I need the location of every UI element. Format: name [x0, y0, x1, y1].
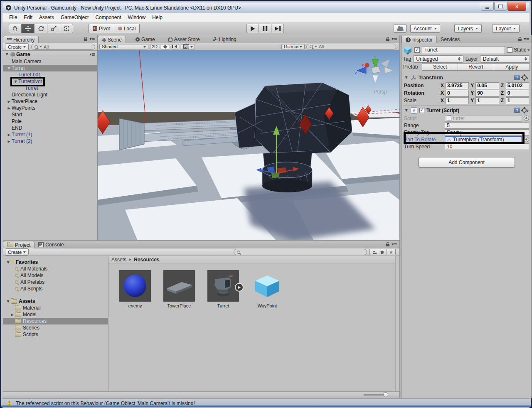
help-book-icon[interactable]	[514, 108, 520, 113]
scene-search-input[interactable]: All	[306, 44, 396, 50]
static-checkbox[interactable]	[507, 47, 512, 53]
property-part-to-rotate-field[interactable]: Turretpivot (Transform)	[445, 136, 522, 143]
scene-lighting-toggle[interactable]	[161, 44, 169, 49]
transform-rotation-y-field[interactable]: 90	[475, 90, 499, 97]
transform-rotation-z-field[interactable]: 0	[506, 90, 529, 97]
hierarchy-create-button[interactable]: Create	[5, 43, 29, 50]
breadcrumb-root[interactable]: Assets	[111, 257, 126, 263]
menu-help[interactable]: Help	[149, 13, 166, 22]
folder-material[interactable]: Material	[3, 305, 108, 311]
prefab-select-button[interactable]: Select	[422, 63, 458, 71]
favorites-section[interactable]: ▼★Favorites	[3, 259, 108, 265]
scene-audio-toggle[interactable]	[171, 44, 179, 49]
perspective-label[interactable]: Persp	[374, 89, 387, 95]
rect-tool-button[interactable]	[60, 24, 73, 33]
hierarchy-item-pole[interactable]: Pole	[3, 118, 97, 125]
hierarchy-item-turret-1[interactable]: ▶Turret (1)	[3, 131, 97, 138]
tab-inspector[interactable]: Inspector	[401, 36, 437, 43]
foldout-down-icon[interactable]: ▼	[6, 300, 10, 303]
menu-edit[interactable]: Edit	[20, 13, 36, 22]
menu-window[interactable]: Window	[124, 13, 149, 22]
favorites-filter-button[interactable]: ★	[387, 249, 396, 255]
gear-icon[interactable]	[522, 75, 527, 80]
folder-scenes[interactable]: Scenes	[3, 324, 108, 331]
asset-enemy[interactable]: enemy	[118, 270, 152, 308]
hierarchy-search-input[interactable]: All	[31, 44, 95, 50]
object-picker-icon[interactable]	[524, 116, 529, 121]
pause-button[interactable]	[259, 24, 271, 33]
panel-menu-icon[interactable]: ▾≡	[392, 37, 397, 41]
transform-scale-y-field[interactable]: 1	[475, 97, 499, 104]
transform-position-y-field[interactable]: 0.05	[475, 82, 499, 89]
thumbnail-zoom-slider[interactable]	[364, 394, 387, 396]
foldout-down-icon[interactable]: ▼	[404, 76, 409, 79]
favorite-all-models[interactable]: All Models	[3, 272, 108, 279]
panel-menu-icon[interactable]: ▾≡	[90, 37, 95, 41]
search-by-label-button[interactable]	[378, 249, 387, 255]
shading-mode-dropdown[interactable]: Shaded	[99, 44, 148, 49]
folder-scripts[interactable]: Scripts	[3, 331, 108, 338]
prefab-revert-button[interactable]: Revert	[458, 63, 494, 71]
account-dropdown[interactable]: Account	[410, 24, 440, 33]
prefab-expand-icon[interactable]	[235, 283, 244, 292]
search-by-type-button[interactable]	[369, 249, 378, 255]
tab-lighting[interactable]: Lighting	[209, 36, 240, 43]
scene-root-game[interactable]: ▼ Game ▾≡	[3, 51, 97, 58]
panel-menu-icon[interactable]: ▾≡	[524, 37, 530, 41]
title-bar[interactable]: Unity Personal - Game.unity - New Unity …	[2, 2, 530, 13]
menu-gameobject[interactable]: GameObject	[57, 13, 92, 22]
active-checkbox[interactable]	[414, 47, 420, 53]
add-component-button[interactable]: Add Component	[419, 157, 515, 167]
tab-hierarchy[interactable]: Hierarchy	[3, 36, 39, 43]
tag-dropdown[interactable]: Untagged	[413, 55, 463, 63]
local-button[interactable]: Local	[114, 24, 140, 33]
step-button[interactable]	[271, 24, 284, 33]
hierarchy-item-turret-2[interactable]: ▶Turret (2)	[3, 138, 97, 145]
prefab-apply-button[interactable]: Apply	[494, 63, 530, 71]
hierarchy-item-turret-001[interactable]: Turret.001	[3, 71, 97, 78]
favorite-all-prefabs[interactable]: All Prefabs	[3, 279, 108, 285]
tab-game[interactable]: Game	[132, 36, 159, 43]
scene-viewport[interactable]: y z x Persp	[98, 50, 399, 241]
asset-turret[interactable]: Turret	[207, 270, 240, 308]
layer-dropdown[interactable]: Default	[480, 55, 530, 63]
hierarchy-item-towerplace[interactable]: ▶TowerPlace	[3, 98, 97, 105]
foldout-right-icon[interactable]: ▶	[7, 140, 11, 143]
gear-icon[interactable]	[522, 108, 527, 113]
transform-position-z-field[interactable]: 5.0102	[506, 82, 529, 89]
tab-asset-store[interactable]: Asset Store	[165, 36, 204, 43]
project-scrollbar[interactable]	[395, 256, 399, 391]
foldout-right-icon[interactable]: ▶	[7, 100, 11, 103]
rotate-tool-button[interactable]	[34, 24, 47, 33]
menu-file[interactable]: File	[6, 13, 20, 22]
property-range-field[interactable]: 5	[445, 122, 529, 129]
foldout-down-icon[interactable]: ▼	[7, 66, 11, 70]
maximize-button[interactable]	[494, 2, 507, 11]
folder-model[interactable]: ▶Model	[3, 311, 108, 318]
gizmos-dropdown[interactable]: Gizmos	[281, 44, 305, 49]
lock-icon[interactable]	[386, 39, 389, 41]
favorite-all-scripts[interactable]: All Scripts	[3, 285, 108, 292]
property-enemy-tag-field[interactable]: Enemy	[445, 129, 529, 136]
object-name-field[interactable]: Turret	[422, 46, 505, 54]
transform-rotation-x-field[interactable]: 0	[446, 90, 469, 97]
foldout-right-icon[interactable]: ▶	[7, 133, 11, 137]
transform-scale-z-field[interactable]: 1	[506, 97, 529, 104]
lock-icon[interactable]	[386, 244, 389, 246]
chevron-down-icon[interactable]	[527, 49, 530, 52]
object-picker-icon[interactable]	[524, 137, 529, 142]
script-enabled-checkbox[interactable]	[419, 108, 424, 113]
hierarchy-item-start[interactable]: Start	[3, 111, 97, 118]
tab-project[interactable]: Project	[3, 241, 34, 248]
tab-console[interactable]: Console	[34, 241, 67, 248]
foldout-down-icon[interactable]: ▼	[404, 108, 409, 112]
property-script-field[interactable]: turret	[445, 115, 522, 122]
assets-section[interactable]: ▼Assets	[3, 298, 108, 305]
lock-icon[interactable]	[84, 39, 87, 41]
play-button[interactable]	[246, 24, 259, 33]
help-book-icon[interactable]	[514, 75, 520, 80]
lock-icon[interactable]	[518, 39, 522, 41]
move-tool-button[interactable]	[22, 24, 34, 33]
hand-tool-button[interactable]	[9, 24, 22, 33]
foldout-down-icon[interactable]: ▼	[5, 52, 9, 56]
